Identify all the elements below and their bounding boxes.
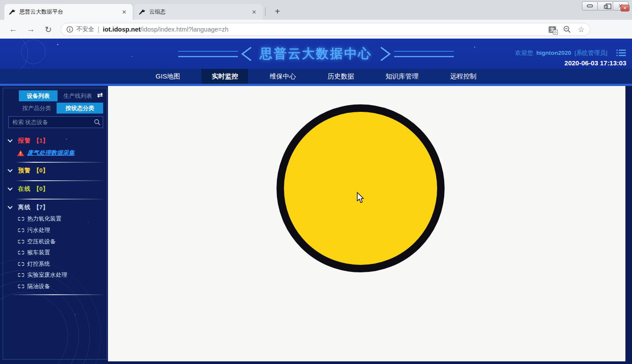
warning-triangle-icon: ! — [17, 150, 24, 156]
tab-classify-by-product[interactable]: 按产品分类 — [16, 103, 57, 114]
new-tab-button[interactable]: + — [271, 5, 284, 18]
group-count: 【0】 — [33, 167, 49, 175]
tab-close-icon[interactable]: ✕ — [250, 8, 258, 16]
site-favicon-icon — [9, 8, 16, 15]
address-bar[interactable]: 不安全 | iot.idosp.net /idosp/index.html?la… — [61, 23, 590, 36]
monitor-canvas[interactable] — [108, 86, 625, 361]
security-label: 不安全 — [76, 25, 94, 33]
forward-button[interactable]: → — [24, 22, 38, 36]
chevron-down-icon — [7, 186, 12, 190]
device-label: 灯控系统 — [27, 260, 50, 268]
offline-link-icon — [18, 272, 24, 278]
site-favicon-icon — [139, 8, 146, 15]
current-datetime: 2020-06-03 17:13:03 — [564, 59, 626, 67]
offline-link-icon — [18, 283, 24, 289]
page-body: 设备列表 生产线列表 ⇄ 按产品分类 按状态分类 报警 【1】 ! 废气处理数据… — [0, 86, 632, 364]
device-item[interactable]: 实验室废水处理 — [18, 270, 67, 280]
device-item[interactable]: 空压机设备 — [18, 236, 56, 247]
tab-divider — [265, 7, 266, 16]
offline-link-icon — [18, 239, 24, 245]
tree-group-warning[interactable]: 预警 【0】 — [3, 165, 49, 176]
device-label: 热力氧化装置 — [27, 215, 61, 223]
device-item[interactable]: 猴车装置 — [18, 247, 50, 258]
app-header: 思普云大数据中心 欢迎您 hignton2020 [系统管理员] 2020-06… — [0, 39, 632, 69]
tab-production-line-list[interactable]: 生产线列表 — [59, 90, 96, 101]
close-highlight-icon: ✕ — [621, 5, 629, 11]
tab-close-icon[interactable]: ✕ — [120, 8, 128, 16]
browser-tab-2[interactable]: 云组态 ✕ — [134, 4, 262, 20]
user-role: [系统管理员] — [575, 50, 607, 56]
search-icon[interactable] — [94, 119, 101, 125]
url-separator: | — [98, 26, 100, 33]
offline-link-icon — [18, 261, 24, 267]
device-sidebar: 设备列表 生产线列表 ⇄ 按产品分类 按状态分类 报警 【1】 ! 废气处理数据… — [3, 88, 107, 360]
device-label: 污水处理 — [27, 226, 50, 234]
group-count: 【0】 — [33, 185, 49, 193]
main-nav: GIS地图 实时监控 维保中心 历史数据 知识库管理 远程控制 — [0, 69, 632, 84]
nav-item-remote-control[interactable]: 远程控制 — [440, 69, 486, 84]
group-label: 离线 — [18, 203, 31, 211]
zoom-indicator-icon[interactable] — [563, 25, 571, 33]
chevron-down-icon — [7, 137, 12, 142]
nav-item-knowledge-base[interactable]: 知识库管理 — [375, 69, 428, 84]
alarm-device-item[interactable]: ! 废气处理数据采集 — [3, 148, 75, 158]
tree-group-online[interactable]: 在线 【0】 — [3, 184, 49, 194]
offline-link-icon — [18, 227, 24, 233]
tree-group-offline[interactable]: 离线 【7】 — [3, 202, 49, 213]
welcome-text: 欢迎您 hignton2020 [系统管理员] — [515, 49, 607, 57]
title-ornament-left-icon — [178, 46, 253, 61]
page-info-icon[interactable] — [66, 26, 73, 33]
device-item[interactable]: 污水处理 — [18, 225, 50, 236]
nav-item-history-data[interactable]: 历史数据 — [317, 69, 364, 84]
window-minimize-button[interactable] — [582, 1, 598, 11]
group-count: 【7】 — [33, 203, 49, 211]
tree-group-alarm[interactable]: 报警 【1】 — [3, 136, 49, 146]
tab-title: 云组态 — [149, 8, 250, 16]
device-label: 空压机设备 — [27, 238, 56, 246]
restore-icon — [604, 5, 608, 9]
swap-icon[interactable]: ⇄ — [97, 91, 103, 99]
device-item[interactable]: 热力氧化装置 — [18, 214, 61, 224]
tab-title: 思普云大数据平台 — [19, 8, 120, 16]
menu-list-icon[interactable] — [616, 49, 626, 57]
bookmark-star-icon[interactable]: ☆ — [578, 25, 585, 34]
back-button[interactable]: ← — [6, 22, 20, 36]
translate-icon[interactable]: 文 G — [549, 26, 556, 33]
browser-tab-1[interactable]: 思普云大数据平台 ✕ — [4, 4, 133, 20]
page-title: 思普云大数据中心 — [260, 45, 372, 63]
offline-link-icon — [18, 250, 24, 256]
mouse-cursor — [356, 192, 365, 204]
title-ornament-right-icon — [379, 46, 454, 61]
tree-separator — [16, 199, 103, 200]
group-label: 在线 — [18, 185, 31, 193]
group-count: 【1】 — [33, 137, 49, 145]
window-close-button[interactable]: ✕ ✕ — [613, 1, 628, 11]
tree-separator — [13, 294, 103, 295]
alarm-device-link[interactable]: 废气处理数据采集 — [27, 149, 75, 157]
device-label: 隔油设备 — [27, 282, 50, 290]
window-controls: ✕ ✕ — [582, 1, 628, 11]
tree-separator — [16, 162, 103, 163]
refresh-button[interactable]: ↻ — [41, 22, 55, 36]
tree-separator — [16, 180, 103, 181]
device-item[interactable]: 隔油设备 — [18, 281, 50, 292]
tab-device-list[interactable]: 设备列表 — [19, 90, 57, 101]
browser-toolbar: ← → ↻ 不安全 | iot.idosp.net /idosp/index.h… — [0, 20, 632, 39]
search-box — [8, 116, 103, 128]
url-host: iot.idosp.net — [103, 26, 140, 33]
search-input[interactable] — [8, 116, 103, 128]
device-label: 实验室废水处理 — [27, 271, 67, 279]
offline-link-icon — [18, 216, 24, 222]
nav-item-maintenance-center[interactable]: 维保中心 — [259, 69, 306, 84]
nav-item-realtime-monitor[interactable]: 实时监控 — [201, 69, 248, 84]
group-label: 预警 — [18, 167, 31, 175]
status-circle[interactable] — [276, 104, 445, 272]
window-restore-button[interactable] — [597, 1, 613, 11]
device-item[interactable]: 灯控系统 — [18, 259, 50, 269]
minimize-icon — [587, 4, 593, 7]
nav-item-gis-map[interactable]: GIS地图 — [146, 69, 190, 84]
url-path: /idosp/index.html?language=zh — [140, 26, 228, 33]
tab-classify-by-status[interactable]: 按状态分类 — [57, 103, 103, 114]
device-label: 猴车装置 — [27, 249, 50, 257]
welcome-prefix: 欢迎您 — [515, 50, 533, 56]
